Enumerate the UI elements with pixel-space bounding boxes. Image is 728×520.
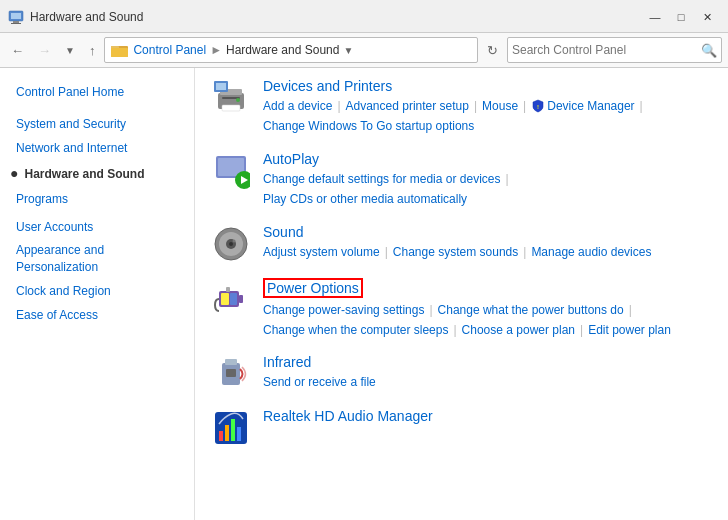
autoplay-links: Change default settings for media or dev… xyxy=(263,169,514,189)
title-bar-left: Hardware and Sound xyxy=(8,9,143,25)
svg-rect-36 xyxy=(237,427,241,441)
breadcrumb-separator: ► xyxy=(210,43,222,57)
svg-text:!: ! xyxy=(537,104,539,110)
sound-links: Adjust system volume | Change system sou… xyxy=(263,242,651,262)
autoplay-title[interactable]: AutoPlay xyxy=(263,151,319,167)
forward-button[interactable]: → xyxy=(33,40,56,61)
up-button[interactable]: ↑ xyxy=(84,40,101,61)
svg-rect-6 xyxy=(111,48,128,57)
section-autoplay: AutoPlay Change default settings for med… xyxy=(211,151,712,210)
add-device-link[interactable]: Add a device xyxy=(263,96,332,116)
section-devices-printers: Devices and Printers Add a device | Adva… xyxy=(211,78,712,137)
main-area: Control Panel Home System and Security N… xyxy=(0,68,728,520)
sidebar-item-control-panel-home[interactable]: Control Panel Home xyxy=(0,80,194,104)
manage-audio-link[interactable]: Manage audio devices xyxy=(531,242,651,262)
sidebar-label: Ease of Access xyxy=(16,306,98,324)
power-options-links-row1: Change power-saving settings | Change wh… xyxy=(263,300,671,320)
section-realtek: Realtek HD Audio Manager xyxy=(211,408,712,448)
svg-point-11 xyxy=(236,98,240,102)
device-manager-link[interactable]: Device Manager xyxy=(547,96,634,116)
sidebar-label: Programs xyxy=(16,190,68,208)
maximize-button[interactable]: □ xyxy=(668,7,694,27)
power-options-title[interactable]: Power Options xyxy=(263,278,363,298)
mouse-link[interactable]: Mouse xyxy=(482,96,518,116)
sidebar-label: Clock and Region xyxy=(16,282,111,300)
svg-rect-27 xyxy=(230,293,237,305)
sidebar-label: System and Security xyxy=(16,115,126,133)
send-receive-file-link[interactable]: Send or receive a file xyxy=(263,372,376,392)
sidebar-item-clock-region[interactable]: Clock and Region xyxy=(0,279,194,303)
sidebar-item-network-internet[interactable]: Network and Internet xyxy=(0,136,194,160)
windows-to-go-link[interactable]: Change Windows To Go startup options xyxy=(263,116,474,136)
section-sound: Sound Adjust system volume | Change syst… xyxy=(211,224,712,264)
content-area: Devices and Printers Add a device | Adva… xyxy=(195,68,728,520)
adjust-volume-link[interactable]: Adjust system volume xyxy=(263,242,380,262)
svg-rect-25 xyxy=(239,295,243,303)
svg-rect-26 xyxy=(221,293,229,305)
minimize-button[interactable]: — xyxy=(642,7,668,27)
change-system-sounds-link[interactable]: Change system sounds xyxy=(393,242,518,262)
svg-rect-3 xyxy=(11,23,21,24)
play-cds-link[interactable]: Play CDs or other media automatically xyxy=(263,189,467,209)
back-button[interactable]: ← xyxy=(6,40,29,61)
title-bar: Hardware and Sound — □ ✕ xyxy=(0,0,728,32)
search-button[interactable]: 🔍 xyxy=(701,43,717,58)
sidebar: Control Panel Home System and Security N… xyxy=(0,68,195,520)
change-sleep-link[interactable]: Change when the computer sleeps xyxy=(263,320,448,340)
svg-rect-30 xyxy=(225,359,237,365)
breadcrumb-control-panel[interactable]: Control Panel xyxy=(133,43,206,57)
title-bar-controls: — □ ✕ xyxy=(642,7,720,27)
sidebar-item-programs[interactable]: Programs xyxy=(0,187,194,211)
sidebar-label: Hardware and Sound xyxy=(24,165,144,183)
power-options-content: Power Options Change power-saving settin… xyxy=(263,278,671,341)
breadcrumb-dropdown-button[interactable]: ▼ xyxy=(339,45,357,56)
svg-rect-34 xyxy=(225,425,229,441)
devices-printers-content: Devices and Printers Add a device | Adva… xyxy=(263,78,648,137)
window-icon xyxy=(8,9,24,25)
sidebar-label: Network and Internet xyxy=(16,139,127,157)
close-button[interactable]: ✕ xyxy=(694,7,720,27)
advanced-printer-setup-link[interactable]: Advanced printer setup xyxy=(346,96,469,116)
sound-title[interactable]: Sound xyxy=(263,224,303,240)
search-box: 🔍 xyxy=(507,37,722,63)
svg-rect-28 xyxy=(226,287,230,292)
choose-power-plan-link[interactable]: Choose a power plan xyxy=(462,320,575,340)
breadcrumb-current: Hardware and Sound xyxy=(226,43,339,57)
svg-rect-2 xyxy=(13,21,19,23)
section-power-options: Power Options Change power-saving settin… xyxy=(211,278,712,341)
infrared-links: Send or receive a file xyxy=(263,372,376,392)
change-power-saving-link[interactable]: Change power-saving settings xyxy=(263,300,424,320)
svg-point-23 xyxy=(233,239,236,242)
edit-power-plan-link[interactable]: Edit power plan xyxy=(588,320,671,340)
realtek-title[interactable]: Realtek HD Audio Manager xyxy=(263,408,433,424)
change-power-buttons-link[interactable]: Change what the power buttons do xyxy=(438,300,624,320)
svg-rect-35 xyxy=(231,419,235,441)
window-title: Hardware and Sound xyxy=(30,10,143,24)
devices-printers-links: Add a device | Advanced printer setup | … xyxy=(263,96,648,116)
change-default-settings-link[interactable]: Change default settings for media or dev… xyxy=(263,169,500,189)
svg-point-22 xyxy=(229,242,233,246)
active-bullet: ● xyxy=(10,163,18,184)
sidebar-label: Appearance andPersonalization xyxy=(16,242,104,276)
sidebar-item-system-security[interactable]: System and Security xyxy=(0,112,194,136)
sound-content: Sound Adjust system volume | Change syst… xyxy=(263,224,651,262)
refresh-button[interactable]: ↻ xyxy=(482,40,503,61)
svg-rect-13 xyxy=(216,83,226,90)
power-options-icon xyxy=(211,278,251,318)
search-input[interactable] xyxy=(512,43,701,57)
sidebar-item-appearance-personalization[interactable]: Appearance andPersonalization xyxy=(0,239,194,279)
autoplay-content: AutoPlay Change default settings for med… xyxy=(263,151,514,210)
svg-rect-1 xyxy=(11,13,21,19)
sidebar-label: User Accounts xyxy=(16,218,93,236)
sidebar-item-user-accounts[interactable]: User Accounts xyxy=(0,215,194,239)
sidebar-item-ease-access[interactable]: Ease of Access xyxy=(0,303,194,327)
address-bar: ← → ▼ ↑ Control Panel ► Hardware and Sou… xyxy=(0,32,728,68)
section-infrared: Infrared Send or receive a file xyxy=(211,354,712,394)
devices-printers-icon xyxy=(211,78,251,118)
sidebar-item-hardware-sound[interactable]: ● Hardware and Sound xyxy=(0,160,194,187)
dropdown-history-button[interactable]: ▼ xyxy=(60,42,80,59)
infrared-title[interactable]: Infrared xyxy=(263,354,311,370)
svg-rect-33 xyxy=(219,431,223,441)
devices-printers-title[interactable]: Devices and Printers xyxy=(263,78,392,94)
infrared-icon xyxy=(211,354,251,394)
